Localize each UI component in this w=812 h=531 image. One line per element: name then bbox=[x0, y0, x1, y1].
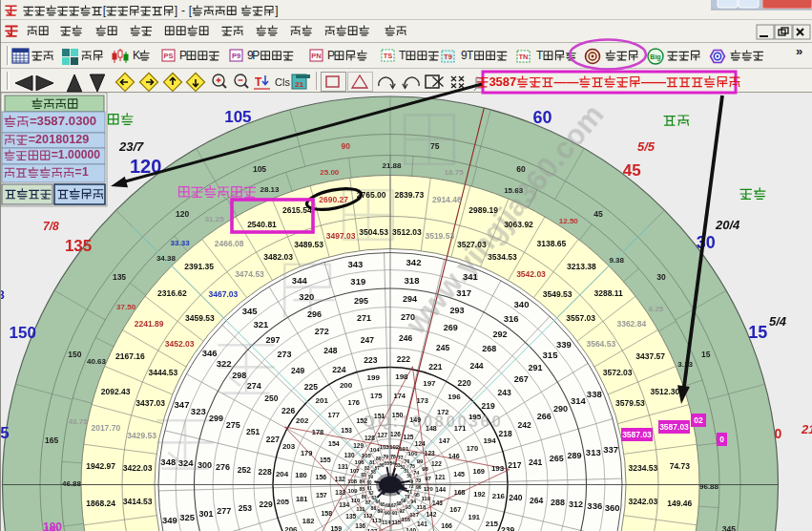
svg-text:191: 191 bbox=[468, 513, 481, 521]
svg-text:101: 101 bbox=[399, 446, 409, 452]
svg-text:132: 132 bbox=[335, 476, 345, 482]
svg-text:336: 336 bbox=[587, 500, 602, 511]
svg-text:P: P bbox=[179, 49, 187, 62]
svg-text:159: 159 bbox=[330, 525, 342, 531]
svg-text:83: 83 bbox=[361, 472, 366, 478]
svg-text:229: 229 bbox=[260, 499, 273, 509]
svg-text:174: 174 bbox=[394, 392, 406, 400]
svg-text:270: 270 bbox=[401, 312, 415, 322]
svg-text:3474.53: 3474.53 bbox=[235, 269, 264, 279]
svg-text:196: 196 bbox=[448, 393, 461, 401]
svg-text:323: 323 bbox=[191, 406, 206, 416]
svg-text:3242.03: 3242.03 bbox=[629, 497, 658, 506]
svg-text:21: 21 bbox=[295, 80, 303, 89]
svg-text:TS: TS bbox=[384, 52, 393, 60]
svg-text:340: 340 bbox=[514, 299, 530, 309]
svg-text:33.33: 33.33 bbox=[171, 239, 191, 247]
svg-text:74.73: 74.73 bbox=[670, 461, 691, 471]
svg-text:91: 91 bbox=[392, 510, 398, 516]
svg-text:3512.03: 3512.03 bbox=[392, 227, 422, 237]
svg-text:T: T bbox=[255, 75, 262, 89]
svg-text:178: 178 bbox=[312, 428, 324, 436]
svg-text:102: 102 bbox=[389, 444, 400, 450]
svg-text:136: 136 bbox=[355, 522, 365, 529]
svg-text:253: 253 bbox=[239, 503, 252, 513]
svg-text:297: 297 bbox=[265, 335, 280, 345]
svg-text:2989.19: 2989.19 bbox=[468, 205, 498, 215]
svg-text:88: 88 bbox=[371, 505, 377, 511]
svg-text:343: 343 bbox=[347, 259, 363, 269]
svg-text:274: 274 bbox=[247, 381, 261, 391]
svg-text:251: 251 bbox=[246, 427, 260, 436]
svg-text:60: 60 bbox=[367, 480, 373, 485]
svg-text:322: 322 bbox=[217, 358, 232, 369]
svg-text:Big: Big bbox=[650, 53, 660, 61]
svg-text:180: 180 bbox=[295, 471, 307, 479]
svg-text:152: 152 bbox=[356, 417, 367, 424]
svg-text:149: 149 bbox=[409, 416, 421, 423]
svg-text:28.13: 28.13 bbox=[260, 185, 280, 194]
svg-text:3542.03: 3542.03 bbox=[516, 269, 546, 279]
svg-text:113: 113 bbox=[372, 518, 382, 523]
svg-text:3497.03: 3497.03 bbox=[326, 231, 356, 241]
svg-text:105: 105 bbox=[362, 453, 372, 458]
svg-text:146: 146 bbox=[448, 453, 460, 459]
svg-text:T: T bbox=[536, 49, 544, 62]
svg-text:224: 224 bbox=[332, 365, 345, 374]
svg-text:176: 176 bbox=[348, 398, 361, 407]
svg-text:247: 247 bbox=[361, 335, 374, 345]
svg-text:2316.62: 2316.62 bbox=[157, 288, 187, 298]
svg-text:3572.03: 3572.03 bbox=[603, 368, 633, 377]
svg-text:222: 222 bbox=[397, 354, 410, 364]
svg-text:25.00: 25.00 bbox=[320, 168, 340, 177]
svg-text:172: 172 bbox=[437, 408, 449, 416]
svg-text:K: K bbox=[133, 49, 140, 62]
svg-text:150: 150 bbox=[10, 324, 36, 342]
svg-text:154: 154 bbox=[328, 440, 340, 447]
svg-text:50: 50 bbox=[407, 474, 413, 478]
svg-text:121: 121 bbox=[435, 474, 446, 480]
svg-text:92: 92 bbox=[399, 508, 405, 514]
svg-text:275: 275 bbox=[226, 420, 240, 430]
svg-text:3519.53: 3519.53 bbox=[425, 231, 454, 241]
svg-text:59: 59 bbox=[368, 475, 374, 479]
svg-text:219: 219 bbox=[482, 401, 495, 411]
svg-text:107: 107 bbox=[350, 468, 361, 474]
svg-text:0: 0 bbox=[775, 426, 782, 441]
svg-text:268: 268 bbox=[482, 344, 496, 353]
svg-text:21/3: 21/3 bbox=[801, 422, 812, 436]
svg-text:168: 168 bbox=[454, 489, 466, 496]
svg-text:341: 341 bbox=[463, 271, 479, 282]
svg-text:9T: 9T bbox=[461, 49, 474, 62]
svg-text:100: 100 bbox=[407, 451, 418, 457]
svg-text:43.75: 43.75 bbox=[69, 417, 89, 426]
svg-text:130: 130 bbox=[344, 452, 355, 458]
svg-text:3527.03: 3527.03 bbox=[457, 240, 487, 249]
svg-text:108: 108 bbox=[347, 478, 358, 484]
svg-text:3437.57: 3437.57 bbox=[635, 351, 665, 361]
svg-text:106: 106 bbox=[355, 459, 365, 465]
svg-text:192: 192 bbox=[473, 490, 486, 499]
svg-text:239: 239 bbox=[501, 525, 514, 531]
svg-text:244: 244 bbox=[469, 361, 483, 371]
svg-text:84: 84 bbox=[359, 478, 364, 484]
svg-text:347: 347 bbox=[175, 399, 190, 410]
svg-text:2914.46: 2914.46 bbox=[432, 195, 462, 204]
svg-text:18.75: 18.75 bbox=[445, 168, 465, 177]
svg-text:135: 135 bbox=[345, 513, 356, 520]
svg-text:2690.27: 2690.27 bbox=[319, 195, 348, 204]
svg-text:227: 227 bbox=[266, 435, 280, 444]
svg-text:248: 248 bbox=[323, 346, 337, 355]
svg-text:34.38: 34.38 bbox=[156, 254, 177, 263]
svg-text:296: 296 bbox=[307, 309, 322, 319]
svg-text:97: 97 bbox=[425, 476, 431, 481]
svg-text:] - [: ] - [ bbox=[175, 4, 193, 17]
svg-text:242: 242 bbox=[518, 420, 531, 430]
svg-text:31.25: 31.25 bbox=[205, 215, 225, 223]
svg-text:77: 77 bbox=[398, 455, 404, 460]
svg-text:117: 117 bbox=[409, 512, 419, 518]
svg-text:2241.89: 2241.89 bbox=[135, 319, 164, 329]
svg-text:125: 125 bbox=[404, 434, 414, 440]
svg-text:313: 313 bbox=[586, 447, 601, 457]
svg-text:166: 166 bbox=[441, 522, 452, 529]
